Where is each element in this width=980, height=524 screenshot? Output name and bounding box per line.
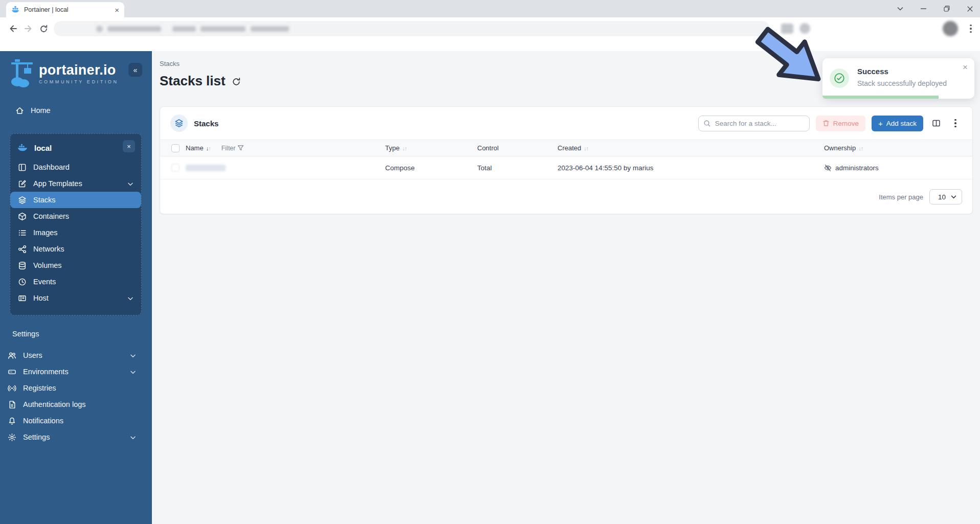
sidebar-item-label: App Templates xyxy=(33,179,82,188)
column-header-control[interactable]: Control xyxy=(477,144,558,152)
sidebar-item-home[interactable]: Home xyxy=(8,102,141,119)
environment-header[interactable]: local × xyxy=(10,140,141,155)
sidebar-item-label: Registries xyxy=(23,384,56,392)
back-icon[interactable] xyxy=(6,22,19,35)
column-header-created[interactable]: Created ↓↑ xyxy=(558,144,824,152)
sidebar-item-label: Dashboard xyxy=(33,163,70,171)
sidebar-item-authentication-logs[interactable]: Authentication logs xyxy=(8,396,144,413)
sidebar-item-host[interactable]: Host xyxy=(10,290,141,306)
settings-section-header: Settings xyxy=(12,330,39,338)
toast-close-icon[interactable]: × xyxy=(963,62,968,73)
widget-menu-kebab-icon[interactable] xyxy=(949,117,962,130)
add-stack-button[interactable]: + Add stack xyxy=(872,116,923,131)
select-all-checkbox[interactable] xyxy=(171,144,180,152)
row-checkbox[interactable] xyxy=(171,164,180,172)
sort-indicator: ↓↑ xyxy=(206,145,211,151)
host-icon xyxy=(18,294,27,303)
stack-name-redacted[interactable] xyxy=(186,165,226,171)
sidebar-collapse-button[interactable]: « xyxy=(128,63,142,77)
sidebar-item-registries[interactable]: Registries xyxy=(8,380,144,396)
table-header-row: Name ↓↑ Filter Type ↓↑ Control Created ↓… xyxy=(160,140,972,156)
add-stack-button-label: Add stack xyxy=(886,120,917,127)
containers-icon xyxy=(18,212,27,221)
favicon-portainer-icon xyxy=(11,6,19,14)
items-per-page-select[interactable]: 10 xyxy=(929,189,962,204)
window-restore-icon[interactable] xyxy=(944,6,950,12)
items-per-page-value: 10 xyxy=(938,193,946,201)
notifications-icon xyxy=(8,417,16,425)
browser-tab[interactable]: Portainer | local × xyxy=(6,2,124,17)
success-toast: Success Stack successfully deployed × xyxy=(822,58,974,99)
sidebar-item-label: Authentication logs xyxy=(23,400,86,408)
sidebar-item-notifications[interactable]: Notifications xyxy=(8,413,144,429)
chevron-down-icon xyxy=(130,433,136,441)
browser-menu-kebab-icon[interactable] xyxy=(967,22,975,35)
stack-control-cell: Total xyxy=(477,164,558,172)
breadcrumb[interactable]: Stacks xyxy=(160,60,180,67)
environment-close-button[interactable]: × xyxy=(123,140,135,152)
column-header-name[interactable]: Name ↓↑ Filter xyxy=(186,144,385,152)
sort-indicator: ↓↑ xyxy=(402,145,407,151)
stack-created-cell: 2023-06-04 14:55:50 by marius xyxy=(558,164,824,172)
tab-search-chevron-icon[interactable] xyxy=(897,7,903,11)
page-title: Stacks list xyxy=(160,73,241,89)
users-icon xyxy=(8,351,16,360)
sidebar-item-settings[interactable]: Settings xyxy=(8,429,144,445)
ownership-value: administrators xyxy=(835,164,879,172)
remove-button[interactable]: Remove xyxy=(816,116,865,131)
sort-indicator: ↓↑ xyxy=(858,145,863,151)
portainer-logo[interactable]: portainer.io COMMUNITY EDITION xyxy=(10,59,119,88)
environments-icon xyxy=(8,368,16,376)
toast-title: Success xyxy=(857,67,888,76)
registries-icon xyxy=(8,384,16,393)
sidebar-item-label: Users xyxy=(23,351,42,359)
column-header-ownership[interactable]: Ownership ↓↑ xyxy=(824,144,972,152)
refresh-list-icon[interactable] xyxy=(232,77,241,86)
eye-off-icon xyxy=(824,164,832,172)
sidebar-item-dashboard[interactable]: Dashboard xyxy=(10,159,141,175)
sidebar-item-app-templates[interactable]: App Templates xyxy=(10,175,141,192)
window-minimize-icon[interactable] xyxy=(921,8,926,9)
sidebar-item-containers[interactable]: Containers xyxy=(10,208,141,224)
stacks-icon xyxy=(18,196,27,204)
chevron-down-icon xyxy=(128,294,133,302)
forward-icon xyxy=(21,22,35,35)
sidebar-item-environments[interactable]: Environments xyxy=(8,363,144,380)
search-icon xyxy=(703,120,711,127)
items-per-page-label: Items per page xyxy=(879,193,923,201)
annotation-arrow xyxy=(751,27,843,108)
remove-button-label: Remove xyxy=(833,120,859,127)
environment-box: local × Dashboard App Templates Stacks xyxy=(10,133,142,315)
portainer-window: Portainer | local × port xyxy=(0,0,980,524)
search-input[interactable] xyxy=(698,116,810,131)
url-redacted-blob xyxy=(201,26,246,32)
sidebar-item-events[interactable]: Events xyxy=(10,274,141,290)
app-templates-icon xyxy=(18,179,27,188)
stacks-widget-icon xyxy=(170,115,188,132)
sort-indicator: ↓↑ xyxy=(584,145,588,151)
widget-title: Stacks xyxy=(194,119,218,128)
column-header-type[interactable]: Type ↓↑ xyxy=(385,144,477,152)
tab-close-icon[interactable]: × xyxy=(115,6,119,14)
sidebar-item-label: Networks xyxy=(33,245,64,253)
columns-settings-icon[interactable] xyxy=(929,117,943,130)
sidebar-item-users[interactable]: Users xyxy=(8,347,144,363)
sidebar-item-networks[interactable]: Networks xyxy=(10,241,141,257)
browser-profile-avatar[interactable] xyxy=(943,21,958,36)
sidebar-item-images[interactable]: Images xyxy=(10,224,141,241)
refresh-page-icon[interactable] xyxy=(37,22,50,35)
sidebar-item-volumes[interactable]: Volumes xyxy=(10,257,141,274)
volumes-icon xyxy=(18,261,27,270)
chevron-down-icon xyxy=(951,195,956,199)
portainer-crane-icon xyxy=(10,59,34,88)
sidebar-item-stacks[interactable]: Stacks xyxy=(10,192,141,208)
url-bar[interactable] xyxy=(54,21,770,36)
table-row[interactable]: Compose Total 2023-06-04 14:55:50 by mar… xyxy=(160,156,972,179)
url-redacted-blob xyxy=(96,26,103,32)
funnel-icon xyxy=(237,145,244,151)
window-close-icon[interactable] xyxy=(967,6,973,12)
sidebar-item-label: Containers xyxy=(33,212,69,220)
sidebar-item-label: Notifications xyxy=(23,417,63,425)
name-filter-button[interactable]: Filter xyxy=(221,145,244,152)
sidebar-item-label: Events xyxy=(33,278,56,286)
